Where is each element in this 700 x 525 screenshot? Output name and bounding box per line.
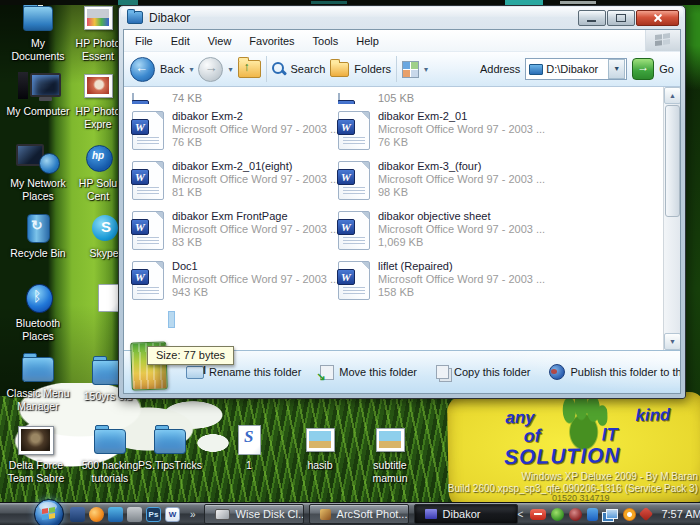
dibakor Exm-2_01(eight)[interactable]: dibakor Exm-2_01(eight) Microsoft Office… [132,159,338,209]
partial-file-item[interactable]: 74 KB [132,89,338,104]
scroll-down-icon[interactable]: ▼ [664,333,680,350]
desktop-icon-subtitle-mamun[interactable]: subtitle mamun [358,424,422,484]
address-value[interactable]: D:\Dibakor [546,63,605,75]
forward-button[interactable] [198,57,223,82]
taskbar-button-wise-disk[interactable]: Wise Disk Cl... [204,504,304,524]
word-document-icon [338,111,370,150]
back-button[interactable] [130,57,155,82]
file-name[interactable]: dibakor Exm FrontPage [172,210,338,223]
file-name[interactable]: dibakor Exm-2 [172,110,338,123]
go-label[interactable]: Go [659,63,674,75]
menu-item[interactable]: Help [347,32,388,50]
file-name[interactable]: dibakor Exm-2_01(eight) [172,160,338,173]
selected-tiny-file[interactable] [168,311,175,328]
file-name[interactable]: dibakor Exm-2_01 [378,110,544,123]
start-button[interactable] [34,499,64,525]
desktop-icon-my-network-places[interactable]: My Network Places [6,142,70,202]
quick-launch-show-desktop[interactable] [70,507,85,522]
search-label[interactable]: Search [291,63,326,75]
up-button[interactable] [238,60,261,78]
tray-collapse-icon[interactable]: < [518,509,524,520]
desktop-icon-delta-force-team-sabre[interactable]: Delta Force Team Sabre [4,424,68,484]
desktop-icon-classic-menu-manager[interactable]: Classic Menu Manager [6,352,70,412]
title-bar[interactable]: Dibakor [119,6,685,29]
tray-icon-network[interactable] [606,509,618,519]
quick-launch-app[interactable] [127,507,142,522]
views-icon[interactable] [402,61,419,78]
copy-this-folder-link[interactable]: Copy this folder [436,364,530,380]
tray-icon-antivirus[interactable] [530,509,546,520]
tray-icon-messenger[interactable] [569,508,582,521]
quick-launch-chevron-icon[interactable]: » [190,509,196,520]
move-this-folder-link[interactable]: Move this folder [320,364,417,380]
tray-icon-sync[interactable] [639,507,653,521]
menu-item[interactable]: Tools [304,32,348,50]
dibakor Exm-2_01[interactable]: dibakor Exm-2_01 Microsoft Office Word 9… [338,109,544,159]
taskbar-button-arcsoft[interactable]: ArcSoft Phot... [309,504,409,524]
desktop-icon-1[interactable]: 1 [217,424,281,472]
taskbar-button-label[interactable]: ArcSoft Phot... [337,508,408,520]
menu-item[interactable]: File [126,32,162,50]
task-link-label[interactable]: Move this folder [339,366,417,378]
rename-this-folder-link[interactable]: Rename this folder [186,364,301,380]
desktop-icon-bluetooth-places[interactable]: Bluetooth Places [6,282,70,342]
word-document-icon [338,211,370,250]
desktop-icon-my-documents[interactable]: My Documents [6,2,70,62]
menu-item[interactable]: Favorites [240,32,303,50]
toolbar: Back ▾ ▾ Search Folders ▾ Address D:\Dib… [124,51,680,87]
tray-icon-downloader[interactable] [551,508,564,521]
task-link-icon [320,365,334,380]
task-link-label[interactable]: Rename this folder [209,366,301,378]
taskbar-button-dibakor[interactable]: Dibakor [414,504,518,524]
quick-launch-photoshop[interactable]: Ps [146,507,161,522]
desktop-icon-my-computer[interactable]: My Computer [6,70,70,118]
scrollbar-thumb[interactable] [665,105,680,217]
vertical-scrollbar[interactable]: ▲ ▼ [663,87,680,350]
task-link-label[interactable]: Copy this folder [454,366,530,378]
partial-file-item[interactable]: 105 KB [338,89,544,104]
dibakor Exm FrontPage[interactable]: dibakor Exm FrontPage Microsoft Office W… [132,209,338,259]
desktop-icon-recycle-bin[interactable]: Recycle Bin [6,212,70,260]
folders-icon[interactable] [330,62,349,77]
dibakor Exm-3_(four)[interactable]: dibakor Exm-3_(four) Microsoft Office Wo… [338,159,544,209]
file-size: 943 KB [172,286,338,299]
desktop-icon-ps-tipstricks[interactable]: PS.TipsTricks [138,424,202,472]
search-icon[interactable] [272,62,286,76]
menu-item[interactable]: View [199,32,241,50]
taskbar-button-label[interactable]: Dibakor [443,508,481,520]
task-link-icon [549,364,565,380]
address-dropdown-icon[interactable]: ▼ [608,59,625,79]
tray-icon-bluetooth[interactable] [587,508,598,521]
minimize-button[interactable] [578,10,606,26]
desktop-icon-image [6,2,70,34]
forward-dropdown-icon[interactable]: ▾ [228,65,232,74]
file-name[interactable]: Doc1 [172,260,338,273]
taskbar-button-label[interactable]: Wise Disk Cl... [236,508,304,520]
scroll-up-icon[interactable]: ▲ [664,87,680,104]
quick-launch-media-player[interactable] [108,507,123,522]
maximize-button[interactable] [607,10,635,26]
desktop-icon-500-hacking-tutorials[interactable]: 500 hacking tutorials [78,424,142,484]
file-name[interactable]: dibakor objective sheet [378,210,544,223]
address-bar[interactable]: D:\Dibakor ▼ [525,58,627,80]
publish-this-folder-link[interactable]: Publish this folder to the Web [549,364,681,380]
task-link-label[interactable]: Publish this folder to the Web [570,366,681,378]
Doc1[interactable]: Doc1 Microsoft Office Word 97 - 2003 ...… [132,259,338,309]
back-dropdown-icon[interactable]: ▾ [189,65,193,74]
menu-item[interactable]: Edit [162,32,199,50]
views-dropdown-icon[interactable]: ▾ [424,65,428,74]
dibakor objective sheet[interactable]: dibakor objective sheet Microsoft Office… [338,209,544,259]
go-button[interactable] [632,58,654,80]
file-name[interactable]: dibakor Exm-3_(four) [378,160,544,173]
desktop-icon-label: My Documents [6,37,70,62]
word-document-icon [132,161,164,200]
file-name[interactable]: liflet (Repaired) [378,260,544,273]
dibakor Exm-2[interactable]: dibakor Exm-2 Microsoft Office Word 97 -… [132,109,338,159]
desktop-icon-hasib[interactable]: hasib [288,424,352,472]
close-button[interactable] [636,10,679,26]
quick-launch-firefox[interactable] [89,507,104,522]
tray-icon-updater[interactable] [623,508,636,521]
liflet (Repaired)[interactable]: liflet (Repaired) Microsoft Office Word … [338,259,544,309]
folders-label[interactable]: Folders [354,63,391,75]
quick-launch-word[interactable]: W [165,507,180,522]
